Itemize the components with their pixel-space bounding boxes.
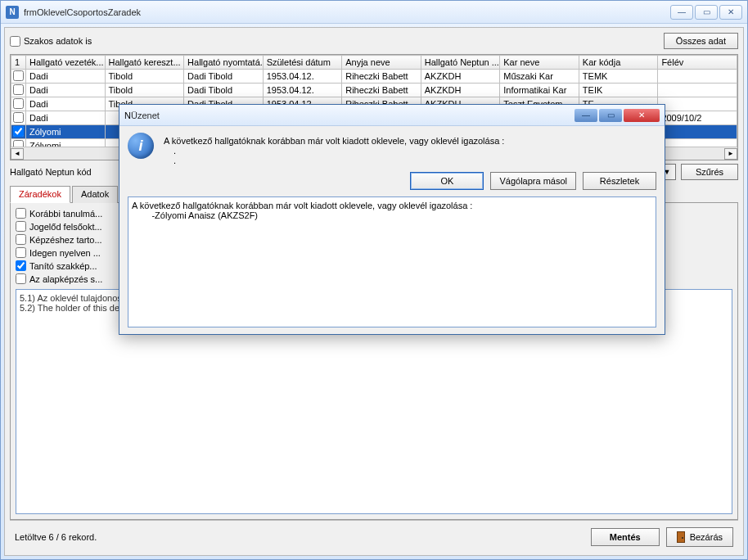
mentes-button[interactable]: Mentés bbox=[591, 528, 660, 546]
info-icon: i bbox=[128, 133, 154, 159]
dialog-minimize-button[interactable]: — bbox=[575, 109, 597, 122]
row-checkbox[interactable] bbox=[13, 84, 24, 95]
minimize-button[interactable]: — bbox=[670, 5, 693, 20]
details-line: -Zólyomi Anaisz (AKZS2F) bbox=[132, 210, 258, 220]
dialog-message: A következő hallgatóknak korábban már vo… bbox=[164, 133, 656, 165]
message-dialog: N Üzenet — ▭ ✕ i A következő hallgatókna… bbox=[119, 104, 665, 335]
close-button[interactable]: ✕ bbox=[719, 5, 742, 20]
column-header[interactable]: Születési dátum bbox=[263, 56, 342, 70]
szakos-label: Szakos adatok is bbox=[24, 36, 92, 46]
checklist-checkbox[interactable] bbox=[16, 208, 26, 219]
table-cell: Tibold bbox=[105, 84, 184, 97]
row-checkbox-cell[interactable] bbox=[11, 125, 26, 139]
column-header[interactable]: Kar kódja bbox=[579, 56, 658, 70]
checklist-label: Az alapképzés s... bbox=[29, 274, 102, 284]
table-cell: 1953.04.12. bbox=[263, 70, 342, 84]
table-cell: TEMK bbox=[579, 70, 658, 84]
tab-adatok[interactable]: Adatok bbox=[72, 186, 118, 203]
dialog-body: i A következő hallgatóknak korábban már … bbox=[119, 126, 665, 334]
status-text: Letöltve 6 / 6 rekord. bbox=[15, 532, 97, 542]
row-checkbox[interactable] bbox=[13, 112, 24, 123]
checklist-checkbox[interactable] bbox=[16, 221, 26, 232]
bezaras-button[interactable]: Bezárás bbox=[666, 527, 733, 547]
table-cell: Tibold bbox=[105, 70, 184, 84]
tab-zaradekok[interactable]: Záradékok bbox=[10, 186, 70, 203]
table-cell: Riheczki Babett bbox=[342, 84, 421, 97]
column-header[interactable]: Félév bbox=[658, 56, 737, 70]
table-cell: Dadi bbox=[26, 84, 106, 97]
osszes-adat-button[interactable]: Összes adat bbox=[664, 33, 738, 49]
row-checkbox-cell[interactable] bbox=[11, 70, 26, 84]
scroll-left-icon[interactable]: ◄ bbox=[11, 148, 24, 160]
row-checkbox[interactable] bbox=[13, 70, 24, 81]
column-header[interactable]: Hallgató nyomtatá... bbox=[184, 56, 264, 70]
row-checkbox[interactable] bbox=[13, 98, 24, 109]
dialog-titlebar: N Üzenet — ▭ ✕ bbox=[119, 105, 665, 126]
scroll-right-icon[interactable]: ► bbox=[724, 148, 737, 160]
table-cell: Műszaki Kar bbox=[500, 70, 579, 84]
dialog-details-textarea[interactable]: A következő hallgatóknak korábban már vo… bbox=[128, 196, 656, 327]
dialog-message-text: A következő hallgatóknak korábban már vo… bbox=[164, 136, 656, 146]
checklist-label: Korábbi tanulmá... bbox=[29, 209, 102, 219]
column-header[interactable]: Hallgató Neptun ... bbox=[421, 56, 500, 70]
szakos-checkbox-row[interactable]: Szakos adatok is bbox=[10, 36, 92, 47]
table-cell: 2009/10/2 bbox=[658, 111, 737, 125]
window-title: frmOklevelCsoportosZaradek bbox=[24, 7, 670, 17]
ok-button[interactable]: OK bbox=[410, 172, 484, 190]
column-header[interactable]: Anyja neve bbox=[342, 56, 421, 70]
table-cell: Dadi bbox=[26, 70, 106, 84]
table-cell: Dadi bbox=[26, 111, 106, 125]
titlebar: N frmOklevelCsoportosZaradek — ▭ ✕ bbox=[1, 1, 747, 24]
column-header[interactable]: Hallgató vezeték... bbox=[26, 56, 106, 70]
column-header[interactable]: 1 bbox=[11, 56, 26, 70]
column-header[interactable]: Hallgató kereszt... bbox=[105, 56, 184, 70]
dialog-title: Üzenet bbox=[131, 111, 575, 120]
table-cell bbox=[658, 70, 737, 84]
checklist-checkbox[interactable] bbox=[16, 247, 26, 258]
checklist-label: Jogelőd felsőokt... bbox=[29, 222, 102, 232]
reszletek-button[interactable]: Részletek bbox=[583, 172, 656, 190]
app-icon: N bbox=[6, 6, 19, 19]
maximize-button[interactable]: ▭ bbox=[695, 5, 718, 20]
checklist-checkbox[interactable] bbox=[16, 234, 26, 245]
dialog-app-icon: N bbox=[124, 111, 131, 120]
table-cell: Zólyomi bbox=[26, 125, 106, 139]
filter-label: Hallgató Neptun kód bbox=[10, 167, 92, 177]
table-cell: Riheczki Babett bbox=[342, 70, 421, 84]
table-cell: Dadi Tibold bbox=[184, 70, 264, 84]
checklist-checkbox[interactable] bbox=[16, 260, 26, 271]
table-cell: AKZKDH bbox=[421, 84, 500, 97]
status-bar: Letöltve 6 / 6 rekord. Mentés Bezárás bbox=[10, 520, 738, 550]
dialog-close-button[interactable]: ✕ bbox=[624, 109, 660, 122]
checklist-checkbox[interactable] bbox=[16, 273, 26, 284]
table-cell: Dadi bbox=[26, 97, 106, 111]
szures-button[interactable]: Szűrés bbox=[681, 164, 738, 180]
dialog-maximize-button[interactable]: ▭ bbox=[599, 109, 622, 122]
table-cell bbox=[658, 84, 737, 97]
checklist-label: Tanító szakkép... bbox=[29, 261, 97, 271]
dialog-message-dots: . . bbox=[164, 146, 656, 165]
bezaras-label: Bezárás bbox=[690, 532, 723, 542]
checklist-label: Idegen nyelven ... bbox=[29, 248, 101, 258]
checklist-label: Képzéshez tarto... bbox=[29, 235, 102, 245]
vagolapra-button[interactable]: Vágólapra másol bbox=[490, 172, 576, 190]
table-cell: AKZKDH bbox=[421, 70, 500, 84]
top-row: Szakos adatok is Összes adat bbox=[10, 33, 738, 49]
table-cell bbox=[658, 125, 737, 139]
row-checkbox-cell[interactable] bbox=[11, 97, 26, 111]
column-header[interactable]: Kar neve bbox=[500, 56, 579, 70]
table-row[interactable]: DadiTiboldDadi Tibold1953.04.12.Riheczki… bbox=[11, 84, 737, 97]
table-cell bbox=[658, 97, 737, 111]
table-row[interactable]: DadiTiboldDadi Tibold1953.04.12.Riheczki… bbox=[11, 70, 737, 84]
table-cell: TEIK bbox=[579, 84, 658, 97]
details-line: A következő hallgatóknak korábban már vo… bbox=[132, 201, 472, 210]
table-cell: 1953.04.12. bbox=[263, 84, 342, 97]
szakos-checkbox[interactable] bbox=[10, 36, 20, 47]
table-cell: Dadi Tibold bbox=[184, 84, 264, 97]
row-checkbox[interactable] bbox=[13, 126, 24, 137]
dialog-button-row: OK Vágólapra másol Részletek bbox=[128, 172, 656, 190]
row-checkbox-cell[interactable] bbox=[11, 111, 26, 125]
row-checkbox-cell[interactable] bbox=[11, 84, 26, 97]
door-icon bbox=[677, 531, 685, 543]
table-cell: Informatikai Kar bbox=[500, 84, 579, 97]
